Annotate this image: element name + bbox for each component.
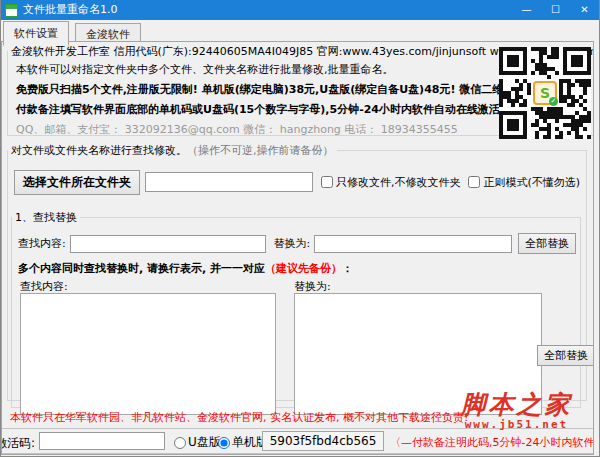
multi-line-note: 多个内容同时查找替换时, 请换行表示, 并一一对应（建议先备份）：	[18, 261, 353, 276]
rename-legend: 对文件或文件夹名称进行查找修改。（操作不可逆,操作前请备份）	[8, 143, 337, 158]
checkbox-regex-mode-input[interactable]	[468, 176, 480, 188]
find-replace-groupbox: 1、查找替换 查找内容: 替换为: 全部替换 多个内容同时查找替换时, 请换行表…	[11, 210, 581, 408]
app-icon	[5, 4, 18, 17]
radio-udisk[interactable]: U盘版	[174, 434, 221, 451]
info-line-description: 本软件可以对指定文件夹中多个文件、文件夹名称进行批量修改,批量重命名。	[16, 63, 488, 76]
maximize-button[interactable]: ☐	[541, 0, 570, 20]
activation-note: 〈—付款备注明此码,5分钟-24小时内软件自动在线激活	[390, 435, 594, 450]
info-line-pricing: 免费版只扫描5个文件,注册版无限制! 单机版(绑定电脑)38元,U盘版(绑定自备…	[16, 83, 488, 96]
checkbox-files-only-input[interactable]	[321, 176, 333, 188]
distribution-warning: 本软件只在华军软件园、非凡软件站、金浚软件官网, 实名认证发布, 概不对其他下载…	[10, 410, 468, 425]
replace-input[interactable]	[314, 235, 512, 253]
checkbox-files-only[interactable]: 只修改文件,不修改文件夹	[321, 175, 461, 190]
window-title: 文件批量重命名1.0	[23, 0, 118, 20]
activation-bar: 激活码: U盘版 单机版 5903f5fbd4cb565 〈—付款备注明此码,5…	[1, 428, 594, 454]
qr-center-logo: S ✓	[533, 81, 557, 105]
close-button[interactable]: ✕	[570, 0, 599, 20]
choose-folder-button[interactable]: 选择文件所在文件夹	[14, 170, 140, 195]
find-textarea[interactable]	[20, 293, 276, 415]
rename-groupbox: 对文件或文件夹名称进行查找修改。（操作不可逆,操作前请备份） 选择文件所在文件夹…	[7, 143, 587, 401]
replace-all-button[interactable]: 全部替换	[518, 233, 576, 254]
info-line-contact: QQ、邮箱、支付宝： 332092136@qq.com 微信： hangzhon…	[16, 123, 488, 136]
tab-page: 金浚软件开发工作室 信用代码(广东):92440605MA4I049J85 官网…	[1, 41, 594, 455]
machine-code-box[interactable]: 5903f5fbd4cb565	[262, 431, 384, 451]
find-label: 查找内容:	[18, 236, 66, 251]
app-window: 文件批量重命名1.0 — ☐ ✕ 软件设置 金浚软件 金浚软件开发工作室 信用代…	[0, 0, 600, 457]
checkbox-regex-mode[interactable]: 正则模式(不懂勿选)	[468, 175, 580, 190]
replace-label: 替换为:	[274, 236, 311, 251]
folder-path-input[interactable]	[145, 172, 313, 192]
replace-all-button-multi[interactable]: 全部替换	[537, 345, 594, 366]
radio-udisk-input[interactable]	[174, 437, 186, 449]
activation-code-label: 激活码:	[1, 435, 35, 452]
activation-code-input[interactable]	[39, 432, 165, 450]
replace-textarea[interactable]	[294, 293, 542, 415]
radio-standalone-input[interactable]	[218, 437, 230, 449]
find-input[interactable]	[70, 235, 266, 253]
tab-strip: 软件设置 金浚软件	[1, 20, 599, 41]
qr-code: S ✓	[499, 47, 591, 139]
find-area-label: 查找内容:	[20, 279, 68, 294]
minimize-button[interactable]: —	[512, 0, 541, 20]
qr-check-badge: ✓	[549, 97, 558, 106]
radio-standalone[interactable]: 单机版	[218, 434, 268, 451]
replace-area-label: 替换为:	[294, 279, 331, 294]
find-replace-legend: 1、查找替换	[12, 210, 80, 225]
title-bar: 文件批量重命名1.0 — ☐ ✕	[1, 0, 599, 20]
tab-software-settings[interactable]: 软件设置	[3, 21, 69, 46]
info-line-payment: 付款备注填写软件界面底部的单机码或U盘码(15个数字与字母),5分钟-24小时内…	[16, 103, 488, 116]
